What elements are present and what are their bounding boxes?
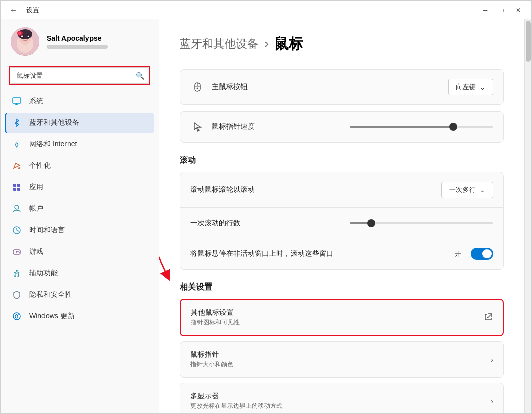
pointer-speed-track <box>350 126 493 128</box>
back-button[interactable]: ← <box>7 5 21 16</box>
inactive-scroll-toggle[interactable] <box>471 248 493 260</box>
sidebar-item-time-label: 时间和语言 <box>29 226 65 235</box>
breadcrumb-separator: › <box>264 37 268 51</box>
settings-window: ← 设置 ─ □ ✕ <box>0 0 532 414</box>
mouse-icon <box>190 82 205 92</box>
search-container: 🔍 <box>9 66 150 85</box>
scroll-card: 滚动鼠标滚轮以滚动 一次多行 ⌄ 一次滚动的行数 <box>180 172 504 270</box>
svg-point-32 <box>13 313 20 320</box>
other-mouse-sub-label: 指针图标和可见性 <box>191 318 484 327</box>
svg-point-28 <box>19 252 20 253</box>
pointer-speed-thumb[interactable] <box>449 123 457 131</box>
svg-point-27 <box>18 251 19 252</box>
sidebar-item-system-label: 系统 <box>29 97 43 106</box>
mouse-pointer-row[interactable]: 鼠标指针 指针大小和颜色 › <box>180 342 503 377</box>
svg-point-6 <box>21 36 23 37</box>
scroll-lines-thumb[interactable] <box>367 219 375 227</box>
other-mouse-labels: 其他鼠标设置 指针图标和可见性 <box>191 308 484 327</box>
scroll-mode-label: 滚动鼠标滚轮以滚动 <box>190 185 441 194</box>
chevron-down-icon: ⌄ <box>480 83 485 91</box>
sidebar-item-personalization[interactable]: 个性化 <box>5 156 154 176</box>
titlebar: ← 设置 ─ □ ✕ <box>1 1 531 19</box>
svg-line-23 <box>17 230 19 231</box>
content-area: Salt Apocalypse 🔍 系统 <box>1 19 531 413</box>
breadcrumb: 蓝牙和其他设备 <box>180 36 258 52</box>
mouse-pointer-main-label: 鼠标指针 <box>190 350 491 359</box>
mouse-pointer-labels: 鼠标指针 指针大小和颜色 <box>190 350 491 369</box>
maximize-button[interactable]: □ <box>495 5 509 16</box>
sidebar-item-network-label: 网络和 Internet <box>29 140 77 149</box>
main-content: 蓝牙和其他设备 › 鼠标 主鼠标按钮 向左键 ⌄ <box>159 19 524 413</box>
cursor-icon <box>190 122 205 132</box>
user-profile: Salt Apocalypse <box>1 19 159 64</box>
monitor-icon <box>12 96 22 106</box>
sidebar-item-gaming-label: 游戏 <box>29 247 43 256</box>
svg-rect-18 <box>13 188 16 191</box>
pointer-speed-fill <box>350 126 453 128</box>
scroll-lines-label: 一次滚动的行数 <box>190 219 350 228</box>
sidebar-item-accounts[interactable]: 帐户 <box>5 199 154 219</box>
chevron-right-icon-display: › <box>491 397 493 405</box>
sidebar-item-apps[interactable]: 应用 <box>5 177 154 198</box>
sidebar-item-personalization-label: 个性化 <box>29 161 51 170</box>
sidebar: Salt Apocalypse 🔍 系统 <box>1 19 159 413</box>
scroll-section-title: 滚动 <box>180 155 504 166</box>
sidebar-item-privacy[interactable]: 隐私和安全性 <box>5 285 154 305</box>
chevron-right-icon-pointer: › <box>491 356 493 364</box>
titlebar-controls: ─ □ ✕ <box>478 5 525 16</box>
scrollbar-thumb[interactable] <box>526 21 531 62</box>
search-input[interactable] <box>10 67 149 84</box>
other-mouse-row[interactable]: 其他鼠标设置 指针图标和可见性 <box>181 300 503 335</box>
svg-point-29 <box>16 270 18 272</box>
sidebar-item-time[interactable]: 时间和语言 <box>5 220 154 241</box>
svg-rect-10 <box>13 98 21 103</box>
sidebar-item-gaming[interactable]: 游戏 <box>5 242 154 262</box>
sidebar-item-accessibility[interactable]: 辅助功能 <box>5 263 154 284</box>
inactive-scroll-row: 将鼠标悬停在非活动窗口上时，滚动这些窗口 开 <box>180 238 503 269</box>
inactive-scroll-label: 将鼠标悬停在非活动窗口上时，滚动这些窗口 <box>190 249 455 258</box>
sidebar-item-bluetooth-label: 蓝牙和其他设备 <box>29 118 79 127</box>
close-button[interactable]: ✕ <box>511 5 525 16</box>
svg-point-7 <box>28 36 29 37</box>
avatar-image <box>11 27 39 56</box>
multi-display-sub-label: 更改光标在显示边界上的移动方式 <box>190 402 491 410</box>
sidebar-item-system[interactable]: 系统 <box>5 91 154 112</box>
shield-icon <box>12 290 22 300</box>
scrollbar-right <box>524 19 531 413</box>
accessibility-icon <box>12 268 22 278</box>
primary-button-control: 向左键 ⌄ <box>448 79 493 95</box>
sidebar-item-accounts-label: 帐户 <box>29 204 43 213</box>
user-name: Salt Apocalypse <box>47 34 108 42</box>
scroll-mode-dropdown[interactable]: 一次多行 ⌄ <box>441 182 493 198</box>
sidebar-item-network[interactable]: 网络和 Internet <box>5 134 154 155</box>
sidebar-item-privacy-label: 隐私和安全性 <box>29 290 72 299</box>
scroll-mode-row: 滚动鼠标滚轮以滚动 一次多行 ⌄ <box>180 172 503 207</box>
sidebar-item-update-label: Windows 更新 <box>29 312 75 321</box>
sidebar-item-update[interactable]: Windows 更新 <box>5 306 154 326</box>
primary-button-dropdown[interactable]: 向左键 ⌄ <box>448 79 493 95</box>
multi-display-row[interactable]: 多显示器 更改光标在显示边界上的移动方式 › <box>180 383 503 413</box>
svg-point-9 <box>18 32 21 35</box>
multi-display-card: 多显示器 更改光标在显示边界上的移动方式 › <box>180 383 504 413</box>
pointer-speed-slider-container <box>350 126 493 128</box>
inactive-scroll-control: 开 <box>455 248 493 260</box>
update-icon <box>12 311 22 321</box>
multi-display-labels: 多显示器 更改光标在显示边界上的移动方式 <box>190 391 491 410</box>
primary-button-value: 向左键 <box>456 82 476 92</box>
nav-list: 系统 蓝牙和其他设备 网络和 Internet <box>1 91 159 328</box>
apps-icon <box>12 182 22 192</box>
pointer-speed-label: 鼠标指针速度 <box>212 122 350 132</box>
network-icon <box>12 139 22 149</box>
svg-point-15 <box>18 167 20 169</box>
primary-button-card: 主鼠标按钮 向左键 ⌄ <box>180 69 504 105</box>
user-info: Salt Apocalypse <box>47 34 108 49</box>
inactive-scroll-toggle-text: 开 <box>455 249 461 258</box>
titlebar-left: ← 设置 <box>7 5 39 16</box>
primary-button-label: 主鼠标按钮 <box>212 82 448 92</box>
page-title: 鼠标 <box>274 34 303 54</box>
svg-rect-17 <box>17 184 20 187</box>
minimize-button[interactable]: ─ <box>478 5 493 16</box>
bluetooth-icon <box>12 118 22 128</box>
sidebar-item-bluetooth[interactable]: 蓝牙和其他设备 <box>5 113 154 133</box>
scroll-mode-control: 一次多行 ⌄ <box>441 182 493 198</box>
